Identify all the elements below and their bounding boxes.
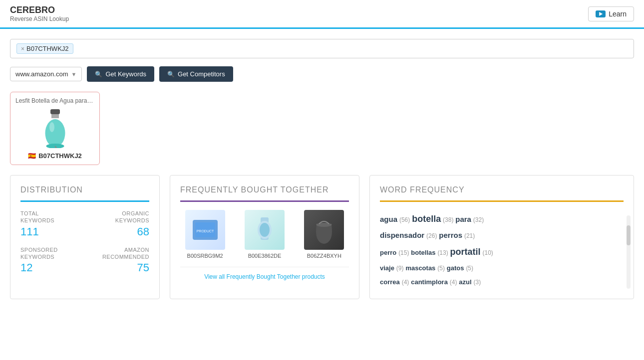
amazon-recommended-stat: AMAZONRECOMMENDED 75 bbox=[89, 246, 149, 275]
get-keywords-button[interactable]: Get Keywords bbox=[87, 66, 154, 82]
fbt-product-img-3 bbox=[304, 210, 344, 250]
brand-subtitle: Reverse ASIN Lookup bbox=[10, 15, 69, 22]
amazon-recommended-value: 75 bbox=[89, 261, 149, 274]
total-keywords-value: 111 bbox=[20, 225, 81, 238]
get-competitors-button[interactable]: Get Competitors bbox=[159, 66, 233, 82]
word-dispensador: dispensador bbox=[380, 231, 424, 239]
domain-select[interactable]: www.amazon.com ▼ bbox=[10, 67, 82, 81]
fbt-asin-2: B00E3862DE bbox=[248, 253, 282, 259]
fbt-item-1: PRODUCT B00SRBG9M2 bbox=[185, 210, 225, 259]
svg-rect-0 bbox=[50, 109, 60, 114]
word-portatil: portatil bbox=[450, 247, 481, 257]
fbt-title: FREQUENTLY BOUGHT TOGETHER bbox=[180, 185, 349, 194]
organic-keywords-stat: ORGANICKEYWORDS 68 bbox=[89, 210, 149, 238]
word-frequency-title: WORD FREQUENCY bbox=[380, 185, 624, 194]
panels-row: DISTRIBUTION TOTALKEYWORDS 111 ORGANICKE… bbox=[10, 175, 634, 299]
svg-point-2 bbox=[45, 119, 65, 147]
product-asin-row: 🇪🇸 B07CTHWKJ2 bbox=[28, 152, 82, 160]
fbt-product-img-1: PRODUCT bbox=[185, 210, 225, 250]
word-para: para bbox=[455, 215, 471, 223]
word-frequency-divider bbox=[380, 200, 624, 202]
fbt-view-all-link[interactable]: View all Frequently Bought Together prod… bbox=[180, 267, 349, 280]
product-card: Lesfit Botella de Agua para Perro... 🇪🇸 bbox=[10, 92, 100, 165]
word-perros: perros bbox=[439, 231, 462, 239]
product-bottle-svg bbox=[41, 108, 69, 148]
fbt-divider bbox=[180, 200, 349, 202]
fbt-panel: FREQUENTLY BOUGHT TOGETHER PRODUCT B00SR… bbox=[170, 175, 359, 299]
product-image bbox=[30, 108, 80, 148]
word-botellas: botellas bbox=[411, 249, 435, 256]
organic-keywords-value: 68 bbox=[89, 225, 149, 238]
fbt-item-2: B00E3862DE bbox=[245, 210, 285, 259]
product-title: Lesfit Botella de Agua para Perro... bbox=[15, 97, 94, 104]
asin-tag: × B07CTHWKJ2 bbox=[16, 43, 73, 54]
product-asin: B07CTHWKJ2 bbox=[38, 152, 82, 160]
main-content: × B07CTHWKJ2 www.amazon.com ▼ Get Keywor… bbox=[0, 29, 644, 309]
word-frequency-panel: WORD FREQUENCY agua (56) botella (38) pa… bbox=[369, 175, 634, 299]
brand-title: CEREBRO bbox=[10, 5, 69, 15]
search-icon bbox=[95, 70, 102, 78]
header: CEREBRO Reverse ASIN Lookup Learn bbox=[0, 0, 644, 29]
controls-row: www.amazon.com ▼ Get Keywords Get Compet… bbox=[10, 66, 634, 82]
fbt-asin-1: B00SRBG9M2 bbox=[187, 253, 223, 259]
asin-tag-close[interactable]: × bbox=[21, 45, 24, 52]
sponsored-keywords-stat: SPONSOREDKEYWORDS 12 bbox=[20, 246, 81, 275]
asin-tag-value: B07CTHWKJ2 bbox=[26, 45, 69, 52]
fbt-item-3: B06ZZ4BXYH bbox=[304, 210, 344, 259]
svg-point-4 bbox=[46, 144, 64, 148]
video-icon bbox=[596, 10, 606, 17]
word-azul: azul bbox=[459, 278, 471, 286]
flag-icon: 🇪🇸 bbox=[28, 152, 36, 160]
word-viaje: viaje bbox=[380, 264, 394, 272]
word-botella: botella bbox=[412, 214, 441, 224]
scrollbar-thumb[interactable] bbox=[627, 225, 631, 245]
word-correa: correa bbox=[380, 278, 400, 286]
svg-text:PRODUCT: PRODUCT bbox=[196, 229, 214, 233]
total-keywords-stat: TOTALKEYWORDS 111 bbox=[20, 210, 81, 238]
learn-button[interactable]: Learn bbox=[588, 6, 634, 21]
svg-point-3 bbox=[49, 122, 54, 132]
fbt-asin-3: B06ZZ4BXYH bbox=[307, 253, 341, 259]
svg-rect-1 bbox=[51, 114, 59, 118]
fbt-lint-svg bbox=[250, 215, 280, 245]
distribution-title: DISTRIBUTION bbox=[20, 185, 149, 194]
word-gatos: gatos bbox=[447, 264, 464, 272]
stats-grid: TOTALKEYWORDS 111 ORGANICKEYWORDS 68 SPO… bbox=[20, 210, 149, 274]
brand: CEREBRO Reverse ASIN Lookup bbox=[10, 5, 69, 22]
word-frequency-content: agua (56) botella (38) para (32) dispens… bbox=[380, 210, 624, 289]
distribution-divider bbox=[20, 200, 149, 202]
sponsored-keywords-value: 12 bbox=[20, 261, 81, 274]
learn-label: Learn bbox=[609, 10, 627, 18]
word-agua: agua bbox=[380, 215, 397, 223]
word-mascotas: mascotas bbox=[405, 264, 435, 272]
search-icon-2 bbox=[167, 70, 175, 78]
sponsored-keywords-label: SPONSOREDKEYWORDS bbox=[20, 246, 81, 261]
amazon-recommended-label: AMAZONRECOMMENDED bbox=[89, 246, 149, 261]
fbt-box-svg-1: PRODUCT bbox=[190, 215, 220, 245]
scrollbar-track[interactable] bbox=[627, 215, 631, 289]
svg-point-12 bbox=[260, 223, 270, 237]
domain-value: www.amazon.com bbox=[15, 70, 68, 78]
dropdown-arrow-icon: ▼ bbox=[71, 71, 76, 77]
total-keywords-label: TOTALKEYWORDS bbox=[20, 210, 81, 224]
distribution-panel: DISTRIBUTION TOTALKEYWORDS 111 ORGANICKE… bbox=[10, 175, 160, 299]
asin-input-area[interactable]: × B07CTHWKJ2 bbox=[10, 39, 634, 58]
get-competitors-label: Get Competitors bbox=[178, 70, 225, 78]
word-perro: perro bbox=[380, 249, 396, 256]
word-cantimplora: cantimplora bbox=[411, 278, 448, 286]
get-keywords-label: Get Keywords bbox=[105, 70, 146, 78]
fbt-product-img-2 bbox=[245, 210, 285, 250]
fbt-bag-svg bbox=[309, 215, 339, 245]
organic-keywords-label: ORGANICKEYWORDS bbox=[89, 210, 149, 224]
fbt-products: PRODUCT B00SRBG9M2 B0 bbox=[180, 210, 349, 259]
